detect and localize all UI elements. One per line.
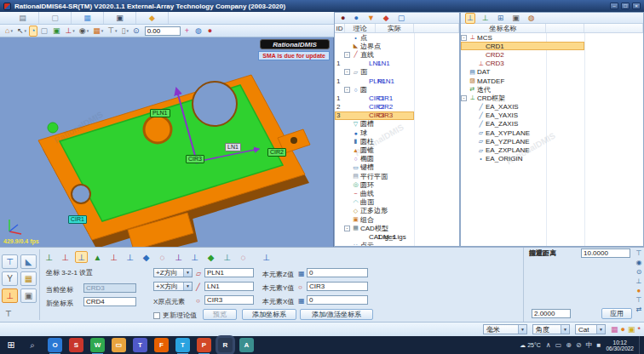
feature-tree-row[interactable]: 1 PLN1 PLN1 bbox=[335, 77, 414, 85]
origin-element-field[interactable]: CIR3 bbox=[204, 295, 254, 305]
tray-ime[interactable]: 中 bbox=[586, 340, 593, 350]
label-cir3[interactable]: CIR3 bbox=[186, 155, 204, 163]
checkbox-icon[interactable] bbox=[153, 312, 160, 319]
probe-camera-icon[interactable]: ⊤▾ bbox=[106, 26, 118, 37]
palette-icon[interactable]: ● bbox=[206, 26, 214, 37]
feature-tree-row[interactable]: ◎ 圆环 bbox=[335, 180, 414, 189]
cursor-icon[interactable]: ↖▾ bbox=[15, 26, 28, 37]
taskbar-telegram[interactable]: T bbox=[175, 338, 190, 352]
magnifier-icon[interactable]: ⊙ bbox=[131, 26, 142, 37]
weather-widget[interactable]: ☁25°C bbox=[520, 342, 541, 349]
tab-measure[interactable]: ▤ bbox=[7, 12, 39, 24]
x-direction-select[interactable]: +X方向▼ bbox=[153, 282, 193, 291]
label-pln1[interactable]: PLN1 bbox=[150, 109, 170, 117]
feature-tree-row[interactable]: ▤ 平行平面 bbox=[335, 172, 414, 180]
feature-tree-row[interactable]: ▣ 组合 bbox=[335, 215, 414, 224]
axis-icon[interactable]: ⊥▾ bbox=[63, 26, 76, 37]
strip-axis-icon[interactable]: ⊥ bbox=[636, 277, 642, 286]
expand-toggle-icon[interactable]: - bbox=[344, 226, 350, 231]
coordinate-tree-row[interactable]: ╱ EA_XAXIS bbox=[461, 103, 584, 111]
home-icon[interactable]: ⌂▾ bbox=[3, 26, 14, 37]
label-cir1[interactable]: CIR1 bbox=[68, 215, 87, 224]
tab-display[interactable]: ▣ bbox=[104, 12, 136, 24]
feature-tree-row[interactable]: • 点 bbox=[335, 33, 414, 42]
element-ball-icon[interactable]: ● bbox=[352, 13, 359, 24]
coordinate-tree-row[interactable]: • EA_ORIGIN bbox=[461, 155, 584, 163]
coordinate-tree-row[interactable]: ▨ MATDEF bbox=[461, 77, 584, 85]
csys-cube-icon[interactable]: ◆ bbox=[140, 251, 152, 263]
tray-chevron-icon[interactable]: ∧ bbox=[546, 341, 551, 349]
maximize-button[interactable]: □ bbox=[621, 3, 630, 9]
tray-network-icon[interactable]: ⊕ bbox=[566, 341, 572, 349]
status-box-icon[interactable]: ▣ bbox=[628, 325, 635, 334]
feature-tree-row[interactable]: ▮ 圆柱 bbox=[335, 137, 414, 146]
feature-tree-row[interactable]: ● 球 bbox=[335, 128, 414, 137]
probe-status-icon[interactable]: ● bbox=[339, 13, 347, 24]
taskbar-mail[interactable]: O bbox=[48, 338, 62, 352]
machine-view-button[interactable]: ▣ bbox=[20, 288, 37, 303]
feature-tree-row[interactable]: 3 CIR3 CIR3 bbox=[335, 111, 414, 120]
taskbar-explorer[interactable]: ▭ bbox=[112, 338, 126, 352]
csys-new-icon[interactable]: ⊥ bbox=[480, 13, 491, 24]
csys-transform-icon[interactable]: ⊥ bbox=[172, 251, 185, 263]
coordinate-tree-row[interactable]: ▤ DAT bbox=[461, 68, 584, 77]
new-coord-field[interactable]: CRD4 bbox=[83, 297, 136, 306]
view-sphere-icon[interactable]: ◍ bbox=[193, 26, 204, 37]
export-model-icon[interactable]: ▣ bbox=[51, 26, 63, 37]
csys-plane-icon[interactable]: ⊥ bbox=[124, 251, 136, 263]
search-icon[interactable]: ⌕ bbox=[22, 340, 43, 351]
feature-tree-row[interactable]: ▭ 键槽 bbox=[335, 163, 414, 172]
strip-probe-icon[interactable]: ⊤ bbox=[636, 249, 642, 258]
taskbar-rationaldmis[interactable]: R bbox=[218, 338, 233, 352]
expand-toggle-icon[interactable]: - bbox=[461, 35, 467, 41]
strip-swap-icon[interactable]: ⇄ bbox=[636, 305, 642, 314]
x-value-field[interactable]: 0 bbox=[307, 295, 368, 305]
feature-tree-row[interactable]: ▽ 圆槽 bbox=[335, 120, 414, 128]
coordinate-tree-row[interactable]: CRD2 bbox=[461, 50, 584, 59]
csys-save-icon[interactable]: ⊥ bbox=[260, 251, 273, 263]
status-alert-icon[interactable]: * bbox=[637, 325, 641, 334]
csys-rotate-icon[interactable]: ⊥ bbox=[59, 251, 72, 263]
coordinate-tree-row[interactable]: ▱ EA_ZXPLANE bbox=[461, 146, 584, 154]
colormap-icon[interactable]: ▦▾ bbox=[91, 26, 105, 37]
expand-toggle-icon[interactable]: - bbox=[344, 87, 350, 93]
feature-tree-row[interactable]: ◠ 曲面 bbox=[335, 198, 414, 207]
status-ball-icon[interactable]: ● bbox=[621, 325, 625, 334]
label-cir2[interactable]: CIR2 bbox=[267, 148, 286, 157]
feature-tree-row[interactable]: ○ 椭圆 bbox=[335, 155, 414, 163]
x-element-field[interactable]: LN1 bbox=[204, 282, 254, 291]
3d-viewport[interactable]: RationalDMIS SMA is due for update PLN1L… bbox=[0, 37, 334, 247]
strip-zoom-icon[interactable]: ⊙ bbox=[636, 268, 642, 277]
eye-icon[interactable]: ◉▾ bbox=[78, 26, 90, 37]
z-element-field[interactable]: PLN1 bbox=[204, 268, 254, 277]
tray-app-icon[interactable]: ■ bbox=[597, 341, 601, 349]
update-nominal-checkbox[interactable]: 更新理论值 bbox=[153, 311, 197, 320]
expand-toggle-icon[interactable]: - bbox=[344, 52, 350, 58]
delete-icon[interactable]: ▯▾ bbox=[120, 26, 130, 37]
preview-button[interactable]: 预览 bbox=[203, 309, 237, 320]
coordinate-tree-row[interactable]: ▱ EA_YZPLANE bbox=[461, 137, 584, 146]
coordinate-tree-row[interactable]: - ⊥ MCS bbox=[461, 33, 584, 42]
monitor-icon[interactable]: ▢ bbox=[396, 13, 407, 24]
strip-view-icon[interactable]: ◉ bbox=[636, 259, 642, 267]
taskbar-firefox[interactable]: F bbox=[154, 338, 169, 352]
angle-select[interactable]: 角度▼ bbox=[532, 324, 570, 334]
csys-tab-icon[interactable]: ⊥ bbox=[465, 13, 475, 24]
csys-level-icon[interactable]: ▲ bbox=[91, 251, 104, 263]
tab-report[interactable]: ▢ bbox=[39, 12, 72, 24]
expand-toggle-icon[interactable]: - bbox=[461, 95, 467, 101]
minimize-button[interactable]: – bbox=[610, 3, 618, 9]
strip-probe2-icon[interactable]: ⊤ bbox=[636, 296, 642, 305]
coordinate-tree-row[interactable]: CRD1 bbox=[461, 42, 584, 50]
gold-part-button[interactable]: ▦ bbox=[20, 271, 37, 286]
start-button[interactable]: ⊞ bbox=[0, 340, 22, 351]
feature-tree-row[interactable]: 1 LN1 LN1 bbox=[335, 60, 414, 68]
title-bar[interactable]: RationalDMIS64-SR(TM) V2020.1.1 External… bbox=[0, 0, 644, 12]
apply-button[interactable]: 应用 bbox=[601, 308, 632, 319]
feature-tree-row[interactable]: ▲ 圆锥 bbox=[335, 146, 414, 154]
tray-laptop-icon[interactable]: ▭ bbox=[555, 341, 562, 349]
z-value-field[interactable]: 0 bbox=[307, 268, 368, 277]
taskbar-wechat[interactable]: W bbox=[90, 338, 105, 352]
coordinate-tree-row[interactable]: ╱ EA_ZAXIS bbox=[461, 120, 584, 128]
feature-tree-row[interactable]: - ▦ CAD模型 bbox=[335, 224, 414, 232]
